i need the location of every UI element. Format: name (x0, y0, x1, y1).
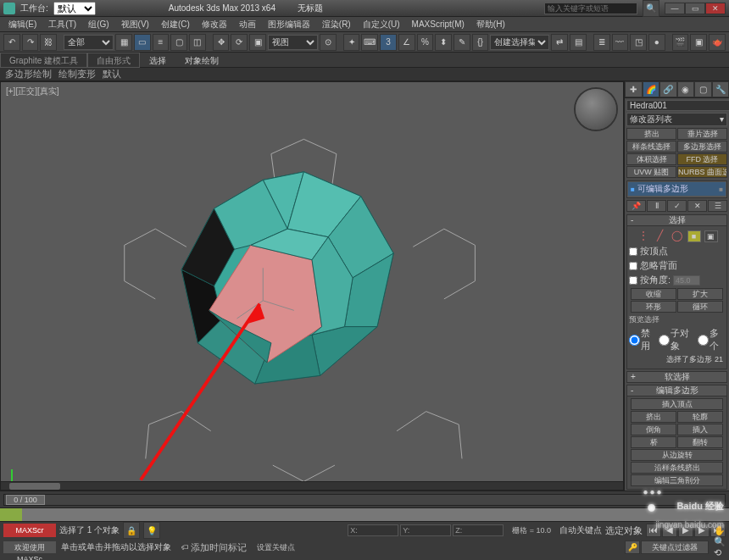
quick-extrude[interactable]: 挤出 (626, 128, 676, 140)
btn-grow[interactable]: 扩大 (677, 288, 723, 300)
cb-by-angle[interactable] (629, 276, 637, 285)
minimize-button[interactable]: — (665, 3, 685, 14)
rollup-selection-header[interactable]: 选择 (626, 214, 727, 226)
key-mode-button[interactable]: 🔑 (625, 541, 640, 554)
menu-edit[interactable]: 编辑(E) (3, 19, 42, 30)
manipulate-button[interactable]: ✦ (343, 34, 360, 51)
prev-frame-button[interactable]: ◀ (662, 524, 677, 537)
play-button[interactable]: ▶ (678, 524, 693, 537)
subobj-polygon-icon[interactable]: ■ (687, 230, 701, 242)
quick-vol-sel[interactable]: 体积选择 (626, 153, 676, 165)
stack-unique[interactable]: ✓ (667, 200, 687, 212)
stack-show[interactable]: Ⅱ (647, 200, 666, 212)
display-tab[interactable]: ▢ (694, 81, 712, 97)
window-crossing-button[interactable]: ◫ (189, 34, 206, 51)
cb-by-vertex[interactable] (629, 247, 637, 256)
use-center-button[interactable]: ⊙ (320, 34, 337, 51)
btn-loop[interactable]: 循环 (677, 301, 723, 313)
layers-button[interactable]: ≣ (593, 34, 610, 51)
rollup-softsel-header[interactable]: 软选择 (626, 371, 727, 383)
stack-remove[interactable]: ✕ (687, 200, 707, 212)
rendered-frame-button[interactable]: ▣ (690, 34, 707, 51)
rotate-button[interactable]: ⟳ (231, 34, 248, 51)
next-frame-button[interactable]: ▶ (694, 524, 710, 537)
rollup-editpoly-header[interactable]: 编辑多边形 (626, 385, 727, 396)
add-time-tag[interactable]: 🏷 添加时间标记 (181, 541, 247, 554)
subobj-vertex-icon[interactable]: ⋮ (637, 230, 650, 242)
time-slider[interactable]: 0 / 100 (0, 491, 729, 507)
menu-animation[interactable]: 动画 (234, 19, 261, 30)
close-button[interactable]: ✕ (705, 3, 726, 14)
quick-uvw[interactable]: UVW 贴图 (626, 166, 676, 178)
modifier-stack[interactable]: 可编辑多边形 (626, 180, 727, 198)
nav-pan-button[interactable]: ✋ (714, 525, 726, 536)
coord-z[interactable]: Z: (453, 524, 504, 536)
spinner-snap-button[interactable]: ⬍ (435, 34, 452, 51)
help-search-input[interactable] (544, 3, 637, 14)
btn-insert-vert[interactable]: 插入顶点 (631, 398, 723, 410)
subobj-element-icon[interactable]: ▣ (704, 230, 718, 242)
selection-filter[interactable]: 全部 (64, 35, 114, 50)
stack-pin[interactable]: 📌 (626, 200, 646, 212)
ribbon-polypaint[interactable]: 多边形绘制 (5, 68, 52, 80)
link-button[interactable]: ⛓ (40, 34, 57, 51)
create-tab[interactable]: ✚ (625, 81, 643, 97)
cb-ignore-back[interactable] (629, 262, 637, 270)
btn-inset[interactable]: 插入 (677, 424, 723, 435)
stack-editable-poly[interactable]: 可编辑多边形 (628, 182, 726, 196)
material-editor-button[interactable]: ● (648, 34, 665, 51)
menu-help[interactable]: 帮助(H) (471, 19, 510, 30)
btn-bridge[interactable]: 桥 (631, 436, 676, 448)
nav-zoom-button[interactable]: 🔍 (714, 536, 726, 547)
btn-bevel[interactable]: 倒角 (631, 424, 676, 435)
btn-along-spline[interactable]: 沿样条线挤出 (631, 462, 723, 474)
coord-y[interactable]: Y: (400, 524, 451, 536)
goto-start-button[interactable]: ⏮ (646, 524, 661, 537)
btn-flip[interactable]: 翻转 (677, 436, 723, 448)
quick-ffd-sel[interactable]: FFD 选择 (677, 153, 727, 165)
quick-spline-sel[interactable]: 样条线选择 (626, 141, 676, 152)
ribbon-tab-freeform[interactable]: 自由形式 (87, 53, 140, 68)
time-knob[interactable]: 0 / 100 (6, 495, 45, 505)
quick-nurbs[interactable]: NURBS 曲面选择 (677, 166, 727, 178)
menu-modifiers[interactable]: 修改器 (197, 19, 232, 30)
menu-group[interactable]: 组(G) (83, 19, 114, 30)
ribbon-tab-graphite[interactable]: Graphite 建模工具 (0, 53, 87, 68)
select-name-button[interactable]: ≡ (153, 34, 170, 51)
redo-button[interactable]: ↷ (22, 34, 39, 51)
stack-config[interactable]: ☰ (708, 200, 727, 212)
maximize-button[interactable]: ▭ (685, 3, 705, 14)
autokey-label[interactable]: 自动关键点 (559, 524, 602, 536)
macro-recorder[interactable]: MAXScr (3, 524, 56, 537)
curve-editor-button[interactable]: 〰 (612, 34, 629, 51)
radio-multi[interactable] (698, 335, 709, 346)
scale-button[interactable]: ▣ (249, 34, 266, 51)
menu-maxscript[interactable]: MAXScript(M) (407, 19, 470, 29)
menu-tools[interactable]: 工具(T) (43, 19, 81, 30)
modifier-list-dropdown[interactable]: 修改器列表 (626, 113, 727, 126)
btn-shrink[interactable]: 收缩 (631, 288, 676, 300)
btn-outline[interactable]: 轮廓 (677, 411, 723, 423)
select-region-button[interactable]: ▢ (170, 34, 187, 51)
select-object-button[interactable]: ▭ (134, 34, 151, 51)
angle-snap-button[interactable]: ∠ (398, 34, 415, 51)
crossing-button[interactable]: ▦ (115, 34, 132, 51)
ribbon-tab-objpaint[interactable]: 对象绘制 (175, 53, 228, 68)
btn-from-edge[interactable]: 从边旋转 (631, 449, 723, 461)
snap-toggle-button[interactable]: 3 (380, 34, 397, 51)
move-button[interactable]: ✥ (213, 34, 230, 51)
ref-coord-system[interactable]: 视图 (268, 35, 318, 50)
btn-edit-tri[interactable]: 编辑三角剖分 (631, 474, 723, 486)
modify-tab[interactable]: 🌈 (643, 81, 660, 97)
menu-customize[interactable]: 自定义(U) (358, 19, 405, 30)
ribbon-default[interactable]: 默认 (103, 68, 121, 80)
subobj-edge-icon[interactable]: ╱ (654, 230, 667, 242)
hierarchy-tab[interactable]: 🔗 (659, 81, 677, 97)
named-sel-button[interactable]: {} (472, 34, 489, 51)
btn-ring[interactable]: 环形 (631, 301, 676, 313)
menu-rendering[interactable]: 渲染(R) (317, 19, 356, 30)
ribbon-paintdeform[interactable]: 绘制变形 (58, 68, 96, 80)
radio-subobj[interactable] (659, 335, 670, 346)
key-filters-button[interactable]: 关键点过滤器 (641, 541, 709, 554)
nav-orbit-button[interactable]: ⟲ (714, 547, 726, 558)
